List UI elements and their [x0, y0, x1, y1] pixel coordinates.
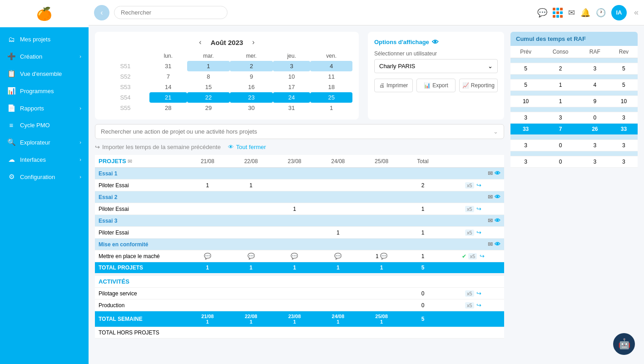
calendar-day[interactable]: 31: [149, 61, 187, 71]
send-email-icon[interactable]: ✉: [488, 170, 493, 177]
user-avatar[interactable]: IA: [611, 5, 627, 20]
calendar-day[interactable]: 3: [273, 61, 311, 71]
reporting-button[interactable]: 📈 Reporting: [459, 79, 498, 92]
sidebar-item-explorateur[interactable]: 🔍 Explorateur ›: [0, 134, 89, 151]
share-icon[interactable]: ↪: [476, 302, 481, 309]
sidebar-item-mes-projets[interactable]: 🗂 Mes projets: [0, 31, 89, 48]
calendar-day[interactable]: 11: [310, 71, 352, 82]
calendar-day[interactable]: 14: [149, 82, 187, 92]
calendar-day[interactable]: 30: [230, 103, 273, 113]
share-icon[interactable]: ↪: [476, 290, 481, 297]
section-essai1[interactable]: Essai 1 ✉ 👁: [95, 168, 504, 180]
calendar-day[interactable]: 9: [230, 71, 273, 82]
calendar-day[interactable]: 29: [187, 103, 230, 113]
sidebar-item-vue-ensemble[interactable]: 📋 Vue d'ensemble: [0, 65, 89, 82]
sidebar-item-creation[interactable]: ➕ Création ›: [0, 48, 89, 65]
cell-2208[interactable]: [229, 288, 273, 299]
cell-2408[interactable]: [316, 288, 360, 299]
calendar-day[interactable]: 23: [230, 92, 273, 103]
calendar-day[interactable]: 1: [310, 103, 352, 113]
search-input[interactable]: [114, 6, 228, 19]
chatbot-button[interactable]: 🤖: [613, 333, 635, 355]
cell-2408[interactable]: [316, 180, 360, 191]
calendar-day[interactable]: 8: [187, 71, 230, 82]
cell-2208[interactable]: 💬: [229, 250, 273, 262]
cell-2108[interactable]: 💬: [186, 250, 229, 262]
section-mise-conformite[interactable]: Mise en conformité ✉ 👁: [95, 239, 504, 250]
calendar-day[interactable]: 1: [187, 61, 230, 71]
bell-icon[interactable]: 🔔: [580, 8, 590, 18]
cell-2308[interactable]: [273, 288, 317, 299]
cell-2408[interactable]: 1: [316, 227, 360, 239]
calendar-next-button[interactable]: ›: [252, 38, 254, 46]
sidebar-item-interfaces[interactable]: ☁ Interfaces ›: [0, 151, 89, 168]
email-header-icon[interactable]: ✉: [128, 158, 132, 165]
cell-2508[interactable]: [360, 203, 403, 215]
email-icon[interactable]: ✉: [568, 8, 575, 18]
cell-2308[interactable]: 💬: [273, 250, 317, 262]
share-icon[interactable]: ↪: [476, 205, 481, 212]
collapse-icon[interactable]: «: [634, 8, 639, 17]
calendar-day[interactable]: 16: [230, 82, 273, 92]
cell-2108[interactable]: [186, 288, 229, 299]
project-search-input[interactable]: [101, 128, 489, 135]
cell-2508[interactable]: 1 💬: [360, 250, 403, 262]
sidebar-item-programmes[interactable]: 📊 Programmes: [0, 82, 89, 100]
cell-2508[interactable]: [360, 227, 403, 239]
calendar-day[interactable]: 17: [273, 82, 311, 92]
calendar-day[interactable]: 2: [230, 61, 273, 71]
cell-2508[interactable]: [360, 288, 403, 299]
cell-2508[interactable]: [360, 180, 403, 191]
calendar-day[interactable]: 24: [273, 92, 311, 103]
calendar-day[interactable]: 28: [149, 103, 187, 113]
cell-2108[interactable]: 1: [186, 180, 229, 191]
user-select-dropdown[interactable]: Charly PARIS ⌄: [374, 59, 498, 73]
chat-icon[interactable]: 💬: [537, 8, 547, 18]
sidebar-item-rapports[interactable]: 📄 Rapports ›: [0, 100, 89, 117]
toggle-eye-icon[interactable]: 👁: [495, 217, 500, 224]
sidebar-item-configuration[interactable]: ⚙ Configuration ›: [0, 168, 89, 185]
toggle-eye-icon[interactable]: 👁: [495, 194, 500, 200]
cell-2408[interactable]: [316, 299, 360, 311]
calendar-day[interactable]: 7: [149, 71, 187, 82]
back-button[interactable]: ‹: [94, 5, 109, 20]
cell-2208[interactable]: 1: [229, 180, 273, 191]
calendar-day[interactable]: 22: [187, 92, 230, 103]
cell-2108[interactable]: [186, 203, 229, 215]
toggle-eye-icon[interactable]: 👁: [495, 170, 500, 177]
calendar-day[interactable]: 21: [149, 92, 187, 103]
share-icon[interactable]: ↪: [476, 229, 481, 236]
cell-2308[interactable]: [273, 180, 317, 191]
close-all-button[interactable]: 👁 Tout fermer: [228, 144, 266, 150]
cell-2508[interactable]: [360, 299, 403, 311]
calendar-day[interactable]: 31: [273, 103, 311, 113]
calendar-prev-button[interactable]: ‹: [199, 38, 201, 46]
grid-icon[interactable]: [553, 8, 563, 18]
cell-2308[interactable]: [273, 227, 317, 239]
cell-2108[interactable]: [186, 227, 229, 239]
cell-2408[interactable]: [316, 203, 360, 215]
share-icon[interactable]: ↪: [480, 253, 485, 259]
cell-2308[interactable]: [273, 299, 317, 311]
sidebar-item-cycle-pmo[interactable]: ≡ Cycle PMO: [0, 117, 89, 134]
section-essai2[interactable]: Essai 2 ✉ 👁: [95, 191, 504, 203]
cell-2408[interactable]: 💬: [316, 250, 360, 262]
import-times-button[interactable]: ↪ Importer les temps de la semaine précé…: [95, 144, 221, 150]
calendar-day[interactable]: 10: [273, 71, 311, 82]
cell-2308[interactable]: 1: [273, 203, 317, 215]
send-email-icon[interactable]: ✉: [488, 217, 493, 224]
clock-icon[interactable]: 🕐: [596, 8, 606, 18]
section-essai3[interactable]: Essai 3 ✉ 👁: [95, 215, 504, 227]
send-email-icon[interactable]: ✉: [488, 241, 493, 248]
calendar-day[interactable]: 4: [310, 61, 352, 71]
cell-2108[interactable]: [186, 299, 229, 311]
export-button[interactable]: 📊 Export: [416, 79, 455, 92]
cell-2208[interactable]: [229, 299, 273, 311]
cell-2208[interactable]: [229, 203, 273, 215]
share-icon[interactable]: ↪: [476, 182, 481, 189]
calendar-day[interactable]: 18: [310, 82, 352, 92]
calendar-day[interactable]: 25: [310, 92, 352, 103]
send-email-icon[interactable]: ✉: [488, 194, 493, 200]
cell-2208[interactable]: [229, 227, 273, 239]
calendar-day[interactable]: 15: [187, 82, 230, 92]
